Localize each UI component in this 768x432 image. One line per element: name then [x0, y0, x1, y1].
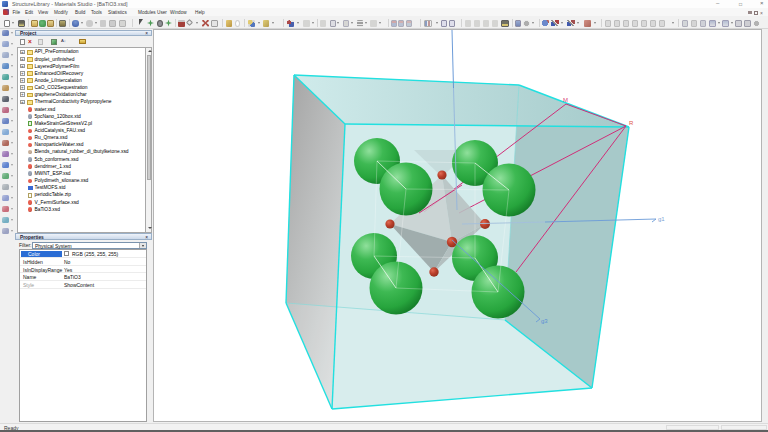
svg-text:M: M — [563, 97, 568, 103]
svg-text:R: R — [629, 120, 634, 126]
svg-text:g1: g1 — [658, 216, 665, 222]
svg-text:g3: g3 — [541, 318, 548, 324]
